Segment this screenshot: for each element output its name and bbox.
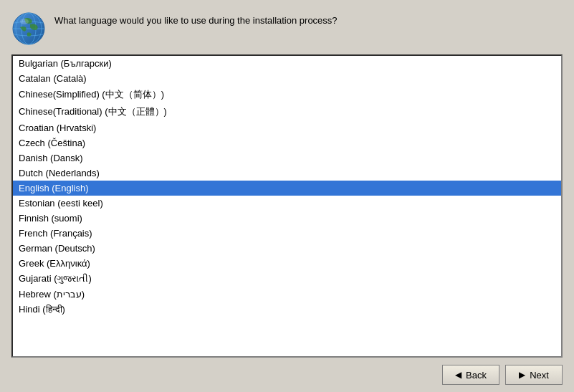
list-item[interactable]: Gujarati (ગુજરાતી) [13, 271, 561, 287]
next-label: Next [530, 370, 549, 381]
header-question: What language would you like to use duri… [54, 11, 338, 27]
language-list-container: Bulgarian (Български)Catalan (Català)Chi… [11, 54, 563, 358]
back-button[interactable]: ◀ Back [442, 365, 499, 385]
list-item[interactable]: Danish (Dansk) [13, 150, 561, 166]
list-item[interactable]: Estonian (eesti keel) [13, 196, 561, 211]
list-item[interactable]: German (Deutsch) [13, 241, 561, 256]
language-list-scroll[interactable]: Bulgarian (Български)Catalan (Català)Chi… [13, 56, 561, 356]
list-item[interactable]: Dutch (Nederlands) [13, 166, 561, 181]
globe-icon [11, 11, 46, 46]
svg-point-4 [20, 19, 29, 24]
list-item[interactable]: Finnish (suomi) [13, 211, 561, 226]
back-icon: ◀ [455, 370, 461, 380]
list-item[interactable]: Hebrew (עברית) [13, 287, 561, 302]
next-icon: ▶ [519, 370, 525, 380]
list-item[interactable]: English (English) [13, 181, 561, 196]
list-item[interactable]: Catalan (Català) [13, 71, 561, 86]
list-item[interactable]: Czech (Čeština) [13, 135, 561, 150]
main-content: Bulgarian (Български)Catalan (Català)Chi… [0, 54, 574, 358]
back-label: Back [466, 370, 487, 381]
header: What language would you like to use duri… [0, 0, 574, 54]
next-button[interactable]: ▶ Next [505, 365, 563, 385]
list-item[interactable]: Chinese(Traditional) (中文（正體）) [13, 103, 561, 120]
list-item[interactable]: Bulgarian (Български) [13, 56, 561, 71]
list-item[interactable]: Chinese(Simplified) (中文（简体）) [13, 86, 561, 103]
footer: ◀ Back ▶ Next [0, 358, 574, 392]
list-item[interactable]: French (Français) [13, 226, 561, 241]
list-item[interactable]: Croatian (Hrvatski) [13, 120, 561, 135]
list-item[interactable]: Hindi (हिन्दी) [13, 302, 561, 317]
list-item[interactable]: Greek (Ελληνικά) [13, 256, 561, 271]
